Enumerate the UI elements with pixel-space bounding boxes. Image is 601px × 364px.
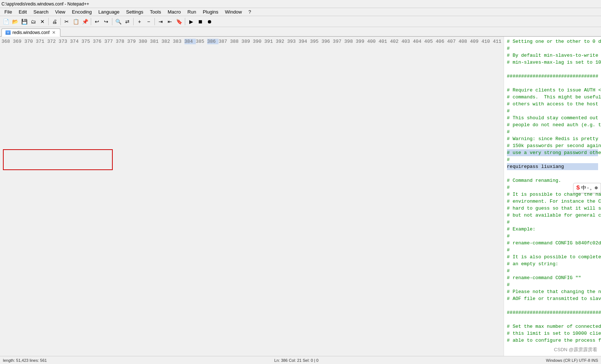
menu-bar: File Edit Search View Encoding Language … <box>0 8 601 16</box>
line-num-390: 390 <box>253 39 264 44</box>
line-num-393: 393 <box>287 39 298 44</box>
zoom-out-button[interactable]: − <box>144 17 153 26</box>
code-line-382: # Warning: since Redis is pretty fast an… <box>507 135 598 142</box>
toolbar-sep-2 <box>60 18 61 25</box>
toolbar-sep-1 <box>48 18 49 25</box>
code-content[interactable]: # Setting one or the other to 0 disables… <box>504 37 601 356</box>
menu-view[interactable]: View <box>52 8 68 15</box>
line-num-387: 387 <box>219 39 230 44</box>
code-line-376: # commands. This might be useful in envi… <box>507 94 598 101</box>
zoom-in-button[interactable]: + <box>135 17 144 26</box>
line-num-402: 402 <box>390 39 401 44</box>
line-num-385: 385 <box>196 39 207 44</box>
code-line-391: # environment. For instance the CONFIG c… <box>507 198 598 205</box>
code-line-400: # an empty string: <box>507 260 598 267</box>
save-button[interactable]: 💾 <box>20 17 29 26</box>
line-num-374: 374 <box>70 39 81 44</box>
code-line-408 <box>507 316 598 323</box>
code-line-370: # By default min-slaves-to-write is set … <box>507 52 598 59</box>
ime-indicator[interactable]: S 中·。⊕ <box>573 183 601 193</box>
menu-tools[interactable]: Tools <box>147 8 164 15</box>
menu-settings[interactable]: Settings <box>123 8 146 15</box>
code-line-401: # <box>507 267 598 274</box>
menu-search[interactable]: Search <box>30 8 51 15</box>
menu-macro[interactable]: Macro <box>165 8 184 15</box>
menu-run[interactable]: Run <box>184 8 199 15</box>
paste-button[interactable]: 📌 <box>81 17 89 26</box>
code-line-372 <box>507 66 598 73</box>
find-button[interactable]: 🔍 <box>114 17 123 26</box>
replace-button[interactable]: ⇄ <box>123 17 132 26</box>
close-button[interactable]: ✕ <box>38 17 47 26</box>
tab-bar: ≡ redis.windows.conf ✕ <box>0 27 601 37</box>
code-line-380: # people do not need auth (e.g. they run… <box>507 121 598 128</box>
code-line-368: # Setting one or the other to 0 disables… <box>507 38 598 45</box>
indent-button[interactable]: ⇥ <box>156 17 165 26</box>
code-line-410: # this limit is set to 10000 clients, ho… <box>507 330 598 337</box>
code-line-386: requirepass liuxiang <box>507 163 598 170</box>
line-num-401: 401 <box>378 39 390 44</box>
line-num-368: 368 <box>1 39 13 44</box>
code-line-399: # It is also possible to completely kill… <box>507 254 598 260</box>
line-num-403: 403 <box>402 39 413 44</box>
new-button[interactable]: 📄 <box>1 17 10 26</box>
stop-button[interactable]: ⏹ <box>196 17 205 26</box>
line-num-391: 391 <box>264 39 276 44</box>
line-num-379: 379 <box>127 39 138 44</box>
code-line-402: # rename-command CONFIG "" <box>507 274 598 281</box>
code-line-392: # hard to guess so that it will still be… <box>507 205 598 212</box>
title-text: C:\app\redis\redis.windows.conf - Notepa… <box>1 1 89 7</box>
undo-button[interactable]: ↩ <box>93 17 101 26</box>
code-line-384: # use a very strong password otherwise i… <box>507 149 598 156</box>
menu-help[interactable]: ? <box>246 8 254 15</box>
line-num-384: 384 <box>184 39 196 44</box>
code-line-405: # AOF file or transmitted to slaves may … <box>507 295 598 302</box>
save-all-button[interactable]: 🗂 <box>29 17 38 26</box>
record-button[interactable]: ⏺ <box>205 17 214 26</box>
line-num-376: 376 <box>93 39 104 44</box>
open-button[interactable]: 📂 <box>11 17 19 26</box>
line-num-371: 371 <box>36 39 47 44</box>
status-bar: length: 51,423 lines: 561 Ln: 386 Col: 2… <box>0 356 601 364</box>
line-num-410: 410 <box>481 39 493 44</box>
line-num-407: 407 <box>447 39 459 44</box>
editor-tab[interactable]: ≡ redis.windows.conf ✕ <box>1 29 60 37</box>
menu-plugins[interactable]: Plugins <box>200 8 221 15</box>
tab-close-button[interactable]: ✕ <box>51 30 56 35</box>
line-num-373: 373 <box>59 39 70 44</box>
tab-filename: redis.windows.conf <box>12 30 49 35</box>
line-num-369: 369 <box>13 39 24 44</box>
code-line-396: # <box>507 233 598 240</box>
redo-button[interactable]: ↪ <box>102 17 111 26</box>
line-num-382: 382 <box>161 39 173 44</box>
line-num-386: 386 <box>207 39 219 44</box>
code-line-377: # others with access to the host running… <box>507 101 598 108</box>
outdent-button[interactable]: ⇤ <box>165 17 174 26</box>
copy-button[interactable]: 📋 <box>71 17 80 26</box>
toolbar-sep-6 <box>154 18 155 25</box>
code-line-381: # <box>507 128 598 135</box>
menu-edit[interactable]: Edit <box>16 8 30 15</box>
csdn-watermark: CSDN @霹雳霹雳看 <box>554 346 597 353</box>
print-button[interactable]: 🖨 <box>50 17 59 26</box>
menu-language[interactable]: Language <box>96 8 123 15</box>
toolbar-sep-5 <box>133 18 134 25</box>
line-num-392: 392 <box>276 39 287 44</box>
toolbar-sep-4 <box>112 18 112 25</box>
line-num-409: 409 <box>470 39 481 44</box>
code-line-379: # This should stay commented out for bac… <box>507 115 598 121</box>
run-macro-button[interactable]: ▶ <box>187 17 195 26</box>
code-line-374 <box>507 80 598 87</box>
menu-file[interactable]: File <box>1 8 15 15</box>
code-line-373: ################################ SECURIT… <box>507 73 598 80</box>
line-num-406: 406 <box>436 39 447 44</box>
line-num-375: 375 <box>82 39 93 44</box>
menu-encoding[interactable]: Encoding <box>69 8 95 15</box>
menu-window[interactable]: Window <box>222 8 245 15</box>
cut-button[interactable]: ✂ <box>62 17 71 26</box>
line-num-394: 394 <box>299 39 310 44</box>
code-line-409: # Set the max number of connected client… <box>507 323 598 330</box>
code-line-404: # Please note that changing the name of … <box>507 288 598 295</box>
bookmark-button[interactable]: 🔖 <box>175 17 183 26</box>
line-num-398: 398 <box>344 39 356 44</box>
